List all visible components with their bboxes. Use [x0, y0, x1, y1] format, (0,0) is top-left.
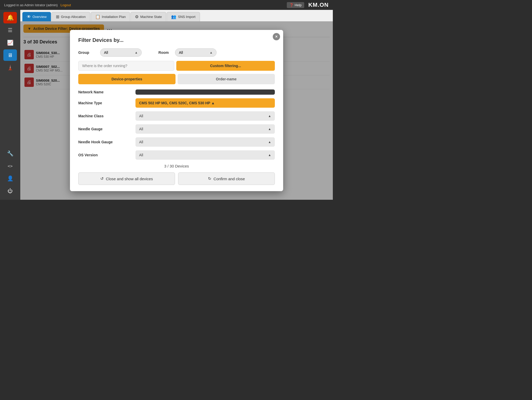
top-bar: Logged in as Admin Istrator (admin) Logo… — [0, 0, 333, 10]
confirm-label: Confirm and close — [213, 177, 245, 181]
top-bar-right: ❓ Help KM.ON — [287, 2, 329, 8]
os-version-arrow-icon: ▲ — [268, 153, 271, 157]
needle-gauge-value[interactable]: All ▲ — [135, 124, 275, 134]
tab-machine-state-label: Machine State — [140, 15, 162, 19]
machine-class-value[interactable]: All ▲ — [135, 111, 275, 121]
machine-class-arrow-icon: ▲ — [268, 114, 271, 118]
group-arrow-icon: ▲ — [135, 51, 138, 54]
help-button[interactable]: ❓ Help — [287, 2, 304, 8]
left-sidebar: 🔔 ☰ 📈 🖥 🗼 🔧 <> 👤 ⏻ — [0, 10, 20, 200]
network-name-label: Network Name — [78, 90, 135, 94]
code-icon: <> — [8, 164, 12, 169]
tab-machine-state[interactable]: ⚙ Machine State — [131, 12, 166, 21]
sidebar-item-tools[interactable]: 🔧 — [3, 148, 17, 159]
property-row-network-name: Network Name — [78, 89, 275, 95]
modal-title: Filter Devices by... — [78, 37, 275, 43]
property-row-needle-hook-gauge: Needle Hook Gauge All ▲ — [78, 137, 275, 147]
property-row-machine-type: Machine Type CMS 502 HP MG, CMS 520C, CM… — [78, 98, 275, 108]
confirm-icon: ↻ — [208, 176, 211, 181]
alert-icon: 🔔 — [7, 14, 14, 21]
main-content: 👁 Overview ⊞ Group Allocation 📋 Installa… — [20, 10, 333, 200]
needle-hook-gauge-arrow-icon: ▲ — [268, 140, 271, 144]
filter-type-row: Device-properties Order-name — [78, 74, 275, 84]
modal-close-button[interactable]: × — [273, 33, 280, 40]
machine-type-label: Machine Type — [78, 101, 135, 105]
property-row-needle-gauge: Needle Gauge All ▲ — [78, 124, 275, 134]
logo: KM.ON — [308, 2, 329, 8]
machine-state-icon: ⚙ — [135, 14, 139, 19]
power-icon: ⏻ — [8, 188, 13, 194]
tab-sns-import-label: SNS Import — [178, 15, 195, 19]
page-area: ▼ Active Device Filter: Device-propertie… — [20, 21, 333, 200]
machine-type-text: CMS 502 HP MG, CMS 520C, CMS 530 HP ▲ — [139, 101, 215, 105]
tab-installation-plan[interactable]: 📋 Installation Plan — [91, 12, 130, 21]
os-version-label: OS Version — [78, 153, 135, 157]
help-icon: ❓ — [289, 3, 294, 7]
sidebar-item-list[interactable]: ☰ — [3, 24, 17, 36]
logged-in-text: Logged in as Admin Istrator (admin) Logo… — [4, 3, 71, 7]
group-allocation-icon: ⊞ — [56, 14, 59, 19]
machine-class-text: All — [139, 114, 143, 118]
help-label: Help — [295, 3, 302, 7]
search-custom-row: Custom filtering... — [78, 61, 275, 71]
needle-gauge-label: Needle Gauge — [78, 127, 135, 131]
result-count: 3 / 30 Devices — [78, 164, 275, 168]
list-icon: ☰ — [8, 27, 12, 33]
tab-installation-plan-label: Installation Plan — [102, 15, 126, 19]
network-name-value[interactable] — [135, 89, 275, 95]
logged-in-label: Logged in as Admin Istrator (admin) — [4, 3, 58, 7]
order-name-tab-label: Order-name — [216, 77, 236, 81]
needle-hook-gauge-text: All — [139, 140, 143, 144]
sidebar-item-monitor[interactable]: 🖥 — [3, 49, 17, 61]
property-row-machine-class: Machine Class All ▲ — [78, 111, 275, 121]
logout-link[interactable]: Logout — [61, 3, 71, 7]
sidebar-item-chart[interactable]: 📈 — [3, 37, 17, 48]
tab-sns-import[interactable]: 👥 SNS Import — [167, 12, 200, 21]
custom-filter-label: Custom filtering... — [210, 64, 241, 68]
needle-hook-gauge-label: Needle Hook Gauge — [78, 140, 135, 144]
needle-hook-gauge-value[interactable]: All ▲ — [135, 137, 275, 147]
machine-type-value[interactable]: CMS 502 HP MG, CMS 520C, CMS 530 HP ▲ — [135, 98, 275, 108]
tab-order-name[interactable]: Order-name — [178, 74, 275, 84]
group-label: Group — [78, 50, 94, 55]
device-properties-tab-label: Device-properties — [112, 77, 142, 81]
room-arrow-icon: ▲ — [210, 51, 213, 54]
group-select[interactable]: All ▲ — [100, 48, 142, 57]
confirm-close-button[interactable]: ↻ Confirm and close — [178, 172, 275, 185]
sidebar-item-power[interactable]: ⏻ — [3, 185, 17, 197]
reset-icon: ↺ — [100, 176, 104, 181]
tab-overview[interactable]: 👁 Overview — [22, 12, 51, 21]
action-buttons: ↺ Close and show all devices ↻ Confirm a… — [78, 172, 275, 185]
os-version-value[interactable]: All ▲ — [135, 150, 275, 160]
tab-group-allocation[interactable]: ⊞ Group Allocation — [51, 12, 90, 21]
sidebar-item-alert[interactable]: 🔔 — [3, 12, 17, 23]
modal-overlay: × Filter Devices by... Group All ▲ Room … — [20, 21, 333, 200]
nav-tabs: 👁 Overview ⊞ Group Allocation 📋 Installa… — [20, 10, 333, 21]
user-icon: 👤 — [7, 175, 14, 182]
room-value: All — [179, 50, 183, 55]
room-select[interactable]: All ▲ — [175, 48, 217, 57]
filter-modal: × Filter Devices by... Group All ▲ Room … — [70, 30, 283, 191]
sns-import-icon: 👥 — [171, 14, 176, 19]
order-search-input[interactable] — [78, 61, 174, 71]
needle-gauge-text: All — [139, 127, 143, 131]
close-all-label: Close and show all devices — [106, 177, 153, 181]
room-label: Room — [148, 50, 169, 55]
chart-icon: 📈 — [7, 40, 14, 46]
tab-overview-label: Overview — [33, 15, 47, 19]
custom-filter-button[interactable]: Custom filtering... — [176, 61, 275, 71]
tab-device-properties[interactable]: Device-properties — [78, 74, 176, 84]
machine-class-label: Machine Class — [78, 114, 135, 118]
installation-plan-icon: 📋 — [95, 14, 100, 19]
needle-gauge-arrow-icon: ▲ — [268, 127, 271, 131]
sidebar-item-code[interactable]: <> — [3, 160, 17, 172]
monitor-icon: 🖥 — [8, 52, 13, 58]
overview-icon: 👁 — [27, 15, 31, 19]
group-room-row: Group All ▲ Room All ▲ — [78, 48, 275, 57]
os-version-text: All — [139, 153, 143, 157]
sidebar-item-user[interactable]: 👤 — [3, 173, 17, 184]
group-value: All — [104, 50, 108, 55]
close-all-devices-button[interactable]: ↺ Close and show all devices — [78, 172, 175, 185]
property-row-os-version: OS Version All ▲ — [78, 150, 275, 160]
sidebar-item-tower[interactable]: 🗼 — [3, 62, 17, 73]
